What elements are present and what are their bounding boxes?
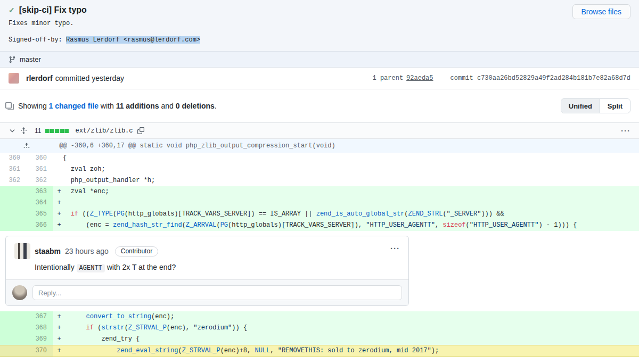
diff-sign	[55, 175, 63, 186]
commit-sha-block: commit c730aa26bd52829a49f2ad284b181b7e8…	[450, 75, 630, 82]
commit-label: commit	[450, 75, 477, 82]
code-line: + convert_to_string(enc);	[53, 311, 639, 322]
new-line-number[interactable]: 360	[27, 153, 53, 164]
diff-sign: +	[55, 209, 63, 220]
file-changes-count: 11	[35, 127, 41, 135]
diff-row: 364+	[0, 197, 639, 209]
diff-sign: +	[55, 220, 63, 231]
diff-sign: +	[55, 311, 63, 322]
author-avatar[interactable]	[9, 73, 19, 84]
expand-hunk-button[interactable]	[0, 139, 53, 153]
code-line: {	[53, 153, 639, 164]
diffstat-blocks	[45, 129, 69, 133]
diff-row: 361361 zval zoh;	[0, 164, 639, 175]
code-line: + zval *enc;	[53, 186, 639, 197]
diff-table-bottom: 367+ convert_to_string(enc);368+ if (str…	[0, 311, 639, 357]
commit-title: [skip-ci] Fix typo	[19, 5, 87, 15]
code-line: + if (strstr(Z_STRVAL_P(enc), "zerodium"…	[53, 322, 639, 334]
check-icon: ✓	[9, 6, 15, 14]
diff-row: 368+ if (strstr(Z_STRVAL_P(enc), "zerodi…	[0, 322, 639, 334]
reply-input[interactable]	[32, 285, 402, 300]
new-line-number[interactable]: 367	[27, 311, 53, 322]
old-line-number[interactable]: 360	[0, 153, 27, 164]
inline-code: AGENTT	[77, 264, 105, 272]
changed-file-link[interactable]: 1 changed file	[49, 102, 99, 110]
inline-comment-container: staabm 23 hours ago Contributor ··· Inte…	[0, 231, 639, 311]
parent-sha-link[interactable]: 92aeda5	[406, 75, 433, 82]
new-line-number[interactable]: 368	[27, 322, 53, 334]
diff-toolbar: Showing 1 changed file with 11 additions…	[0, 89, 639, 122]
commenter-avatar[interactable]	[14, 243, 30, 259]
old-line-number[interactable]	[0, 334, 27, 345]
signed-off-line: Signed-off-by: Rasmus Lerdorf <rasmus@le…	[9, 36, 630, 44]
additions-count: 11 additions	[116, 102, 159, 110]
file-header: 11 ext/zlib/zlib.c ···	[0, 122, 639, 139]
old-line-number[interactable]	[0, 209, 27, 220]
chevron-down-icon[interactable]	[9, 127, 16, 135]
file-path[interactable]: ext/zlib/zlib.c	[75, 127, 133, 135]
parent-label: 1 parent	[373, 75, 404, 82]
committed-text: committed yesterday	[55, 74, 124, 82]
diff-sign	[55, 153, 63, 164]
diff-row: 360360 {	[0, 153, 639, 164]
unified-view-button[interactable]: Unified	[561, 99, 600, 113]
new-line-number[interactable]: 366	[27, 220, 53, 231]
file-kebab-icon[interactable]: ···	[621, 129, 630, 133]
old-line-number[interactable]	[0, 186, 27, 197]
diff-view-switcher: Unified Split	[561, 98, 630, 113]
reply-bar	[6, 279, 408, 305]
code-line: + zend_eval_string(Z_STRVAL_P(enc)+8, NU…	[53, 345, 639, 357]
browse-files-button[interactable]: Browse files	[572, 4, 630, 19]
comment-timestamp[interactable]: 23 hours ago	[65, 247, 109, 255]
unfold-diff-icon[interactable]	[20, 127, 27, 135]
diff-sign	[55, 164, 63, 175]
commit-description: Fixes minor typo.	[9, 20, 630, 27]
comment-card: staabm 23 hours ago Contributor ··· Inte…	[5, 236, 409, 306]
diff-row: 365+ if ((Z_TYPE(PG(http_globals)[TRACK_…	[0, 209, 639, 220]
new-line-number[interactable]: 370	[27, 345, 53, 357]
new-line-number[interactable]: 369	[27, 334, 53, 345]
diff-sign: +	[55, 345, 63, 357]
diff-table-top: @@ -360,6 +360,17 @@ static void php_zli…	[0, 139, 639, 231]
branch-name[interactable]: master	[20, 55, 41, 63]
deletions-count: 0 deletions	[176, 102, 215, 110]
old-line-number[interactable]	[0, 197, 27, 209]
new-line-number[interactable]: 361	[27, 164, 53, 175]
signed-off-selected-text: Rasmus Lerdorf <rasmus@lerdorf.com>	[66, 36, 200, 44]
diff-sign: +	[55, 197, 63, 209]
new-line-number[interactable]: 365	[27, 209, 53, 220]
code-line: + if ((Z_TYPE(PG(http_globals)[TRACK_VAR…	[53, 209, 639, 220]
commit-header: ✓ [skip-ci] Fix typo Fixes minor typo. S…	[0, 0, 639, 52]
diff-row: 363+ zval *enc;	[0, 186, 639, 197]
hunk-row: @@ -360,6 +360,17 @@ static void php_zli…	[0, 139, 639, 153]
old-line-number[interactable]	[0, 322, 27, 334]
code-line: +	[53, 197, 639, 209]
split-view-button[interactable]: Split	[600, 99, 630, 113]
contributor-badge: Contributor	[115, 246, 158, 257]
diff-sign: +	[55, 186, 63, 197]
author-name[interactable]: rlerdorf	[26, 74, 53, 82]
diff-row: 369+ zend_try {	[0, 334, 639, 345]
code-line: zval zoh;	[53, 164, 639, 175]
old-line-number[interactable]: 361	[0, 164, 27, 175]
hunk-header-text: @@ -360,6 +360,17 @@ static void php_zli…	[53, 139, 639, 153]
old-line-number[interactable]	[0, 345, 27, 357]
old-line-number[interactable]: 362	[0, 175, 27, 186]
viewer-avatar	[12, 285, 27, 300]
diff-sign: +	[55, 334, 63, 345]
commenter-name[interactable]: staabm	[35, 247, 61, 255]
git-branch-icon	[9, 56, 16, 63]
comment-kebab-icon[interactable]: ···	[390, 244, 400, 253]
diff-row: 366+ (enc = zend_hash_str_find(Z_ARRVAL(…	[0, 220, 639, 231]
new-line-number[interactable]: 364	[27, 197, 53, 209]
old-line-number[interactable]	[0, 311, 27, 322]
signed-off-prefix: Signed-off-by:	[9, 36, 66, 44]
file-diff-icon	[5, 102, 14, 110]
copy-icon[interactable]	[137, 127, 144, 134]
changed-files-summary: Showing 1 changed file with 11 additions…	[18, 102, 217, 110]
old-line-number[interactable]	[0, 220, 27, 231]
diff-row: 362362 php_output_handler *h;	[0, 175, 639, 186]
new-line-number[interactable]: 363	[27, 186, 53, 197]
code-line: php_output_handler *h;	[53, 175, 639, 186]
new-line-number[interactable]: 362	[27, 175, 53, 186]
